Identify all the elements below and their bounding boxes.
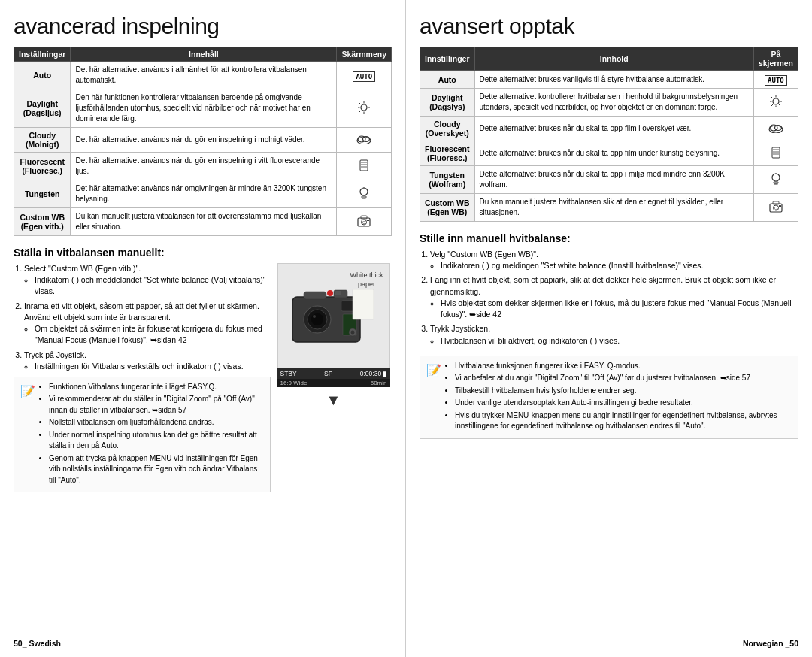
note-item: Hvitbalanse funksjonen fungerer ikke i E… bbox=[455, 361, 792, 372]
table-row-content: Det här alternativet används i allmänhet… bbox=[71, 62, 337, 89]
svg-rect-31 bbox=[304, 292, 326, 299]
svg-line-7 bbox=[367, 103, 368, 104]
table-row-icon bbox=[337, 128, 392, 153]
step-item: Fang inn et hvitt objekt, som et papiark… bbox=[430, 274, 798, 320]
camera-box: White thick paper bbox=[277, 263, 390, 368]
note-item: Under normal inspelning utomhus kan det … bbox=[49, 430, 264, 452]
right-page-number: Norwegian _50 bbox=[743, 639, 798, 648]
camera-illustration bbox=[289, 278, 379, 353]
left-title: avancerad inspelning bbox=[14, 14, 392, 39]
svg-text:C: C bbox=[774, 206, 777, 210]
table-row-label: Custom WB(Egen vitb.) bbox=[14, 208, 71, 236]
right-note-content: Hvitbalanse funksjonen fungerer ikke i E… bbox=[446, 361, 792, 434]
left-header-settings: Inställningar bbox=[14, 47, 71, 62]
right-header-settings: Innstillinger bbox=[420, 47, 475, 71]
svg-point-0 bbox=[361, 104, 367, 111]
table-row-icon: AUTO bbox=[753, 71, 798, 89]
table-row-label: Daylight(Dagsljus) bbox=[14, 89, 71, 128]
note-item: Vi anbefaler at du angir "Digital Zoom" … bbox=[455, 373, 792, 384]
table-row-content: Det här alternativet används när omgivni… bbox=[71, 180, 337, 208]
table-row-icon bbox=[337, 89, 392, 128]
camera-time-text: 0:00:30 ▮ bbox=[360, 370, 387, 377]
table-row-icon bbox=[753, 117, 798, 141]
svg-point-16 bbox=[360, 188, 368, 195]
svg-point-28 bbox=[311, 313, 323, 325]
table-row-icon bbox=[753, 166, 798, 194]
table-row-content: Dette alternativet brukes når du skal ta… bbox=[474, 141, 753, 166]
svg-point-35 bbox=[327, 290, 333, 296]
left-page-number: 50_ Swedish bbox=[14, 639, 61, 648]
table-row-icon: C bbox=[337, 208, 392, 236]
left-table: Inställningar Innehåll Skärmmeny Auto De… bbox=[14, 47, 392, 236]
table-row-content: Dette alternativet brukes vanligvis til … bbox=[474, 71, 753, 89]
table-row-icon: C bbox=[753, 194, 798, 222]
camera-zoom-text: 16:9 Wide bbox=[280, 380, 308, 386]
step-item: Inrama ett vitt objekt, såsom ett papper… bbox=[24, 301, 271, 347]
camera-status-text: STBY bbox=[280, 370, 297, 377]
camera-mode-text: SP bbox=[324, 370, 332, 377]
right-header-screen: På skjermen bbox=[753, 47, 798, 71]
left-note-content: Funktionen Vitbalans fungerar inte i läg… bbox=[40, 382, 264, 488]
svg-rect-34 bbox=[353, 289, 374, 319]
step-sub: Hvis objektet som dekker skjermen ikke e… bbox=[441, 298, 798, 320]
right-header-content: Innhold bbox=[474, 47, 753, 71]
right-note-box: 📝 Hvitbalanse funksjonen fungerer ikke i… bbox=[420, 356, 798, 439]
svg-text:C: C bbox=[362, 220, 365, 225]
table-row-icon bbox=[753, 89, 798, 117]
table-row-label: Cloudy(Molnigt) bbox=[14, 128, 71, 153]
svg-rect-56 bbox=[774, 182, 778, 183]
table-row-label: Auto bbox=[14, 62, 71, 89]
svg-line-8 bbox=[359, 111, 361, 112]
left-steps: Select "Custom WB (Egen vitb.)".Indikato… bbox=[14, 263, 271, 372]
table-row-label: Tungsten bbox=[14, 180, 71, 208]
table-row-icon bbox=[337, 153, 392, 180]
table-row-label: Auto bbox=[420, 71, 475, 89]
right-page: avansert opptak Innstillinger Innhold På… bbox=[406, 0, 812, 657]
step-sub: Inställningen för Vitbalans verkställs o… bbox=[35, 361, 271, 372]
right-footer: Norwegian _50 bbox=[420, 634, 798, 648]
svg-line-6 bbox=[367, 111, 368, 112]
svg-rect-36 bbox=[335, 291, 341, 295]
step-sub: Hvitbalansen vil bli aktivert, og indika… bbox=[441, 335, 798, 347]
camera-status-bar: STBY SP 0:00:30 ▮ bbox=[277, 368, 390, 379]
note-item: Vi rekommenderar att du ställer in "Digi… bbox=[49, 394, 264, 416]
table-row-content: Dette alternativet kontrollerer hvitbala… bbox=[474, 89, 753, 117]
table-row-label: Custom WB(Egen WB) bbox=[420, 194, 475, 222]
table-row-content: Du kan manuellt justera vitbalansen för … bbox=[71, 208, 337, 236]
table-row-label: Daylight(Dagslys) bbox=[420, 89, 475, 117]
table-row-icon bbox=[753, 141, 798, 166]
note-item: Hvis du trykker MENU-knappen mens du ang… bbox=[455, 410, 792, 432]
svg-rect-17 bbox=[362, 196, 366, 198]
left-header-screen: Skärmmeny bbox=[337, 47, 392, 62]
table-row-content: Den här funktionen kontrollerar vitbalan… bbox=[71, 89, 337, 128]
left-footer: 50_ Swedish bbox=[14, 634, 392, 648]
table-row-label: Cloudy(Overskyet) bbox=[420, 117, 475, 141]
step-item: Tryck på Joystick.Inställningen för Vitb… bbox=[24, 350, 271, 372]
note-icon-right: 📝 bbox=[426, 362, 441, 434]
table-row-label: Fluorescent(Fluoresc.) bbox=[420, 141, 475, 166]
table-row-icon: AUTO bbox=[337, 62, 392, 89]
table-row-label: Fluorescent(Fluoresc.) bbox=[14, 153, 71, 180]
table-row-icon bbox=[337, 180, 392, 208]
svg-rect-51 bbox=[772, 147, 780, 158]
svg-line-45 bbox=[779, 104, 780, 106]
left-content-area: Select "Custom WB (Egen vitb.)".Indikato… bbox=[14, 263, 392, 634]
table-row-content: Dette alternativet brukes når du skal ta… bbox=[474, 166, 753, 194]
left-page: avancerad inspelning Inställningar Inneh… bbox=[0, 0, 406, 657]
svg-rect-63 bbox=[779, 205, 781, 207]
right-section-title: Stille inn manuell hvitbalanse: bbox=[420, 232, 798, 244]
svg-rect-12 bbox=[360, 160, 368, 171]
right-title: avansert opptak bbox=[420, 14, 798, 39]
svg-line-44 bbox=[771, 97, 773, 98]
note-item: Nollställ vitbalansen om ljusförhållande… bbox=[49, 417, 264, 428]
note-item: Funktionen Vitbalans fungerar inte i läg… bbox=[49, 382, 264, 393]
svg-point-39 bbox=[773, 98, 779, 104]
note-icon-left: 📝 bbox=[20, 383, 35, 488]
step-sub: Indikatoren ( ) og meldingen "Set white … bbox=[441, 260, 798, 271]
camera-image-area: White thick paper bbox=[275, 263, 392, 634]
joystick-arrow: ▼ bbox=[326, 392, 341, 409]
right-table: Innstillinger Innhold På skjermen Auto D… bbox=[420, 47, 798, 222]
svg-line-5 bbox=[359, 103, 361, 104]
note-item: Genom att trycka på knappen MENU vid ins… bbox=[49, 453, 264, 486]
svg-point-29 bbox=[313, 315, 316, 318]
